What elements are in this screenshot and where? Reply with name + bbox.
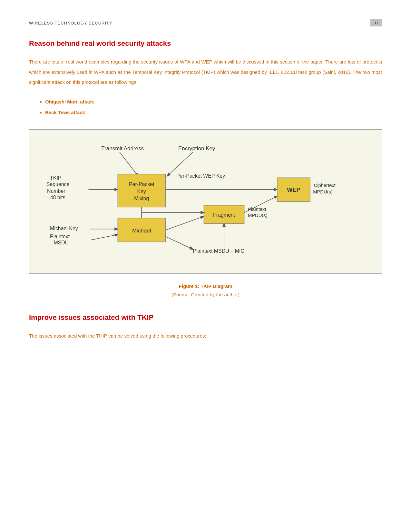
svg-line-3 <box>167 152 193 176</box>
page-number: 11 <box>370 19 382 26</box>
figure-caption-main: Figure 1: TKIP Diagram <box>179 283 232 289</box>
svg-text:Per-Packet WEP Key: Per-Packet WEP Key <box>176 173 225 179</box>
svg-line-32 <box>165 236 193 249</box>
tkip-diagram: Transmit Address Encryption Key TKIP Seq… <box>29 129 382 274</box>
bullet-item-1: Ohigashi Morii attack <box>45 96 382 107</box>
section1-heading: Reason behind real world security attack… <box>29 39 382 48</box>
svg-text:Key: Key <box>137 189 146 194</box>
svg-text:Michael Key: Michael Key <box>50 225 78 231</box>
svg-text:TKIP: TKIP <box>50 175 61 181</box>
tkip-diagram-svg: Transmit Address Encryption Key TKIP Seq… <box>39 139 369 264</box>
svg-text:Encryption Key: Encryption Key <box>178 145 215 152</box>
section2-body: The issues associated with the THIP can … <box>29 331 382 341</box>
svg-text:Plaintext MSDU + MIC: Plaintext MSDU + MIC <box>193 248 244 254</box>
svg-line-28 <box>90 234 118 240</box>
page: WIRELESS TECHNOLOGY SECURITY 11 Reason b… <box>0 0 411 532</box>
svg-text:Plaintext: Plaintext <box>50 233 70 239</box>
svg-text:Michael: Michael <box>132 227 151 233</box>
bullet-list: Ohigashi Morii attack Beck Tews attack <box>45 96 382 118</box>
svg-text:Sequence: Sequence <box>46 182 70 187</box>
page-header: WIRELESS TECHNOLOGY SECURITY 11 <box>29 19 382 26</box>
svg-line-31 <box>165 216 204 230</box>
svg-text:MSDU: MSDU <box>54 240 69 245</box>
svg-text:- 48 bits: - 48 bits <box>47 195 65 200</box>
svg-text:MPDU(s): MPDU(s) <box>248 212 268 218</box>
bullet-item-2: Beck Tews attack <box>45 107 382 118</box>
svg-text:MPDU(s): MPDU(s) <box>313 189 333 194</box>
figure-caption: Figure 1: TKIP Diagram <box>29 283 382 289</box>
header-title: WIRELESS TECHNOLOGY SECURITY <box>29 21 113 25</box>
figure-source: (Source: Created by the author) <box>29 292 382 297</box>
svg-text:Mixing: Mixing <box>134 195 149 201</box>
svg-line-2 <box>120 152 138 176</box>
section2-heading: Improve issues associated with TKIP <box>29 313 382 322</box>
section1-body: There are lots of real world examples re… <box>29 57 382 87</box>
svg-text:WEP: WEP <box>287 186 300 193</box>
svg-text:Fragment: Fragment <box>213 212 235 217</box>
svg-text:Transmit Address: Transmit Address <box>101 145 144 152</box>
svg-text:Per-Packet: Per-Packet <box>129 182 154 187</box>
svg-text:Number: Number <box>47 188 65 193</box>
svg-text:Ciphertext: Ciphertext <box>314 182 335 188</box>
